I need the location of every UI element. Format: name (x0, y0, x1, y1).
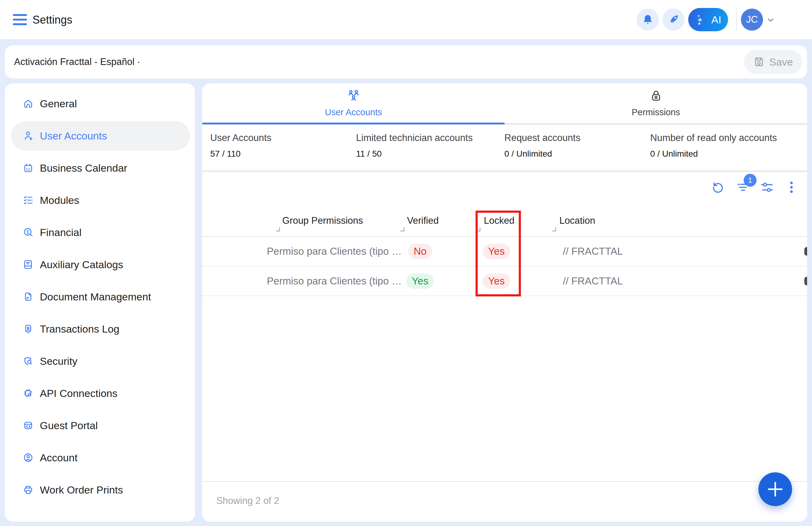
column-header-location[interactable]: Location (559, 215, 595, 226)
stat-label: Limited technician accounts (356, 132, 473, 143)
save-button[interactable]: Save (744, 49, 802, 74)
users-group-icon (347, 89, 361, 103)
database-title: Activación Fracttal - Español · (14, 56, 140, 68)
sidebar-item-document-management[interactable]: Document Management (11, 282, 190, 311)
save-label: Save (769, 56, 793, 68)
column-header-verified[interactable]: Verified (407, 215, 438, 226)
sidebar-item-label: Security (40, 355, 77, 367)
person-circle-icon (23, 452, 34, 463)
sidebar-item-security[interactable]: Security (11, 346, 190, 376)
sidebar-item-transactions-log[interactable]: Transactions Log (11, 314, 190, 344)
chevron-down-icon[interactable] (766, 15, 775, 25)
filter-count-badge: 1 (744, 174, 756, 187)
top-bar: Settings AI JC (0, 0, 812, 39)
sidebar-item-work-order-prints[interactable]: Work Order Prints (11, 475, 190, 504)
sidebar-item-api-connections[interactable]: API Connections (11, 379, 190, 408)
stat-limited-technician-accounts: Limited technician accounts 11 / 50 (356, 132, 473, 159)
row-count-status: Showing 2 of 2 (216, 495, 279, 507)
user-accounts-panel: User Accounts Permissions User Accounts … (202, 83, 807, 522)
document-icon (23, 291, 34, 302)
whats-new-button[interactable] (663, 9, 684, 31)
stat-value: 57 / 110 (210, 149, 272, 159)
sidebar-item-label: User Accounts (40, 130, 107, 142)
cell-location: // FRACTTAL (563, 245, 623, 257)
sidebar-item-label: Financial (40, 227, 82, 239)
cell-group-permissions: Permiso para Clientes (tipo … (267, 275, 402, 287)
cell-verified-badge: No (408, 244, 432, 259)
settings-sidebar: General User Accounts Business Calendar (5, 83, 195, 522)
shield-search-icon (23, 356, 34, 367)
tab-label: User Accounts (325, 107, 382, 117)
filter-count: 1 (748, 176, 752, 185)
stat-label: Request accounts (504, 132, 580, 143)
chip-gear-icon (23, 388, 34, 399)
dollar-coin-icon: $ (23, 227, 34, 238)
calendar-icon (23, 162, 34, 173)
bell-icon (642, 14, 654, 26)
book-icon (23, 259, 34, 270)
add-user-fab[interactable] (758, 472, 792, 506)
column-resize-handle[interactable] (552, 227, 556, 231)
stat-value: 0 / Unlimited (650, 149, 777, 159)
row-action-clipped-icon[interactable] (804, 277, 807, 285)
save-icon (753, 56, 765, 68)
sidebar-item-auxiliary-catalogs[interactable]: Auxiliary Catalogs (11, 250, 190, 279)
cell-location: // FRACTTAL (563, 275, 623, 287)
hamburger-menu-icon[interactable] (13, 14, 27, 25)
column-settings-icon[interactable] (760, 180, 774, 194)
cell-group-permissions: Permiso para Clientes (tipo … (267, 245, 402, 257)
sidebar-item-label: Auxiliary Catalogs (40, 259, 123, 271)
sidebar-item-account[interactable]: Account (11, 443, 190, 472)
notifications-button[interactable] (637, 9, 659, 31)
sidebar-item-general[interactable]: General (11, 89, 190, 118)
sidebar-item-guest-portal[interactable]: Guest Portal (11, 411, 190, 440)
tab-label: Permissions (632, 107, 680, 117)
sidebar-item-label: API Connections (40, 387, 117, 399)
rocket-icon (667, 14, 680, 26)
stat-request-accounts: Request accounts 0 / Unlimited (504, 132, 580, 159)
tab-user-accounts[interactable]: User Accounts (202, 83, 505, 123)
ai-assistant-button[interactable]: AI (688, 8, 728, 31)
cell-verified-badge: Yes (406, 273, 434, 289)
sidebar-item-label: Modules (40, 194, 79, 206)
stat-value: 11 / 50 (356, 149, 473, 159)
sidebar-item-label: Transactions Log (40, 323, 119, 335)
sidebar-item-financial[interactable]: $ Financial (11, 218, 190, 247)
sidebar-item-label: Document Management (40, 291, 151, 303)
lock-icon (649, 89, 663, 103)
column-header-group-permissions[interactable]: Group Permissions (282, 215, 363, 226)
stat-user-accounts: User Accounts 57 / 110 (210, 132, 272, 159)
svg-text:$: $ (26, 230, 29, 235)
sidebar-item-label: General (40, 98, 77, 110)
home-icon (23, 98, 34, 109)
section-divider (202, 170, 807, 172)
column-resize-handle[interactable] (401, 227, 405, 231)
table-footer-divider (202, 481, 807, 482)
sidebar-item-label: Guest Portal (40, 420, 98, 431)
tab-permissions[interactable]: Permissions (505, 83, 807, 123)
topbar-divider (736, 8, 737, 31)
subheader-card: Activación Fracttal - Español · Save (5, 45, 807, 79)
active-tab-indicator (202, 123, 505, 125)
sidebar-item-user-accounts[interactable]: User Accounts (11, 121, 190, 151)
avatar[interactable]: JC (741, 9, 763, 31)
stat-label: Number of read only accounts (650, 132, 777, 143)
column-resize-handle[interactable] (276, 227, 280, 231)
sidebar-item-label: Account (40, 452, 77, 464)
page-title: Settings (32, 14, 72, 26)
avatar-initials: JC (746, 14, 758, 25)
sidebar-item-modules[interactable]: Modules (11, 185, 190, 215)
printer-icon (23, 484, 34, 495)
stat-label: User Accounts (210, 132, 272, 143)
sidebar-item-label: Business Calendar (40, 162, 127, 174)
sidebar-item-business-calendar[interactable]: Business Calendar (11, 153, 190, 183)
kebab-menu-icon[interactable] (784, 180, 798, 194)
stat-value: 0 / Unlimited (504, 149, 580, 159)
sparkles-icon (695, 13, 708, 26)
browser-code-icon (23, 420, 34, 431)
sidebar-item-label: Work Order Prints (40, 484, 123, 496)
refresh-icon[interactable] (711, 180, 725, 194)
row-action-clipped-icon[interactable] (804, 247, 807, 256)
checklist-icon (23, 195, 34, 206)
stat-read-only-accounts: Number of read only accounts 0 / Unlimit… (650, 132, 777, 159)
